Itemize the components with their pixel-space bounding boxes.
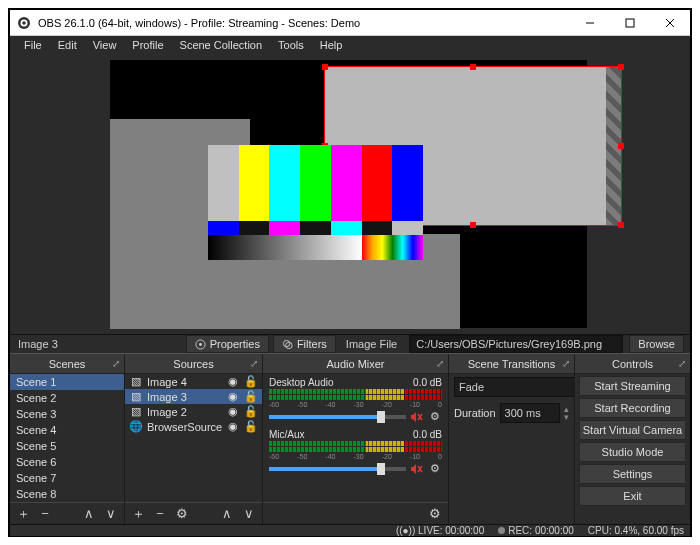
mixer-settings-button[interactable]: ⚙: [426, 506, 444, 522]
vu-meter: [269, 441, 442, 446]
scene-item[interactable]: Scene 6: [10, 454, 124, 470]
sources-list[interactable]: ▧ Image 4 ◉ 🔓 ▧ Image 3 ◉ 🔓 ▧ Image 2: [125, 374, 262, 502]
source-item[interactable]: ▧ Image 4 ◉ 🔓: [125, 374, 262, 389]
rec-status: REC: 00:00:00: [498, 525, 574, 536]
add-source-button[interactable]: ＋: [129, 506, 147, 522]
channel-settings-button[interactable]: ⚙: [428, 410, 442, 423]
visibility-toggle[interactable]: ◉: [226, 390, 240, 403]
undock-icon[interactable]: ⤢: [250, 358, 258, 369]
source-item[interactable]: 🌐 BrowserSource ◉ 🔓: [125, 419, 262, 434]
vu-meter: [269, 395, 442, 400]
record-dot-icon: [498, 527, 505, 534]
volume-slider[interactable]: [269, 467, 406, 471]
volume-slider[interactable]: [269, 415, 406, 419]
menubar: File Edit View Profile Scene Collection …: [10, 36, 690, 54]
image-file-input[interactable]: [409, 335, 623, 353]
move-down-button[interactable]: ∨: [102, 506, 120, 522]
scenes-panel: Scenes⤢ Scene 1 Scene 2 Scene 3 Scene 4 …: [10, 354, 125, 524]
vu-meter: [269, 447, 442, 452]
channel-settings-button[interactable]: ⚙: [428, 462, 442, 475]
scene-item[interactable]: Scene 2: [10, 390, 124, 406]
menu-view[interactable]: View: [85, 36, 125, 54]
start-recording-button[interactable]: Start Recording: [579, 398, 686, 418]
preview-canvas[interactable]: [10, 54, 690, 334]
remove-scene-button[interactable]: −: [36, 506, 54, 522]
mixer-channel: Desktop Audio0.0 dB -60-50-40-30-20-100 …: [263, 374, 448, 426]
menu-scene-collection[interactable]: Scene Collection: [172, 36, 271, 54]
remove-source-button[interactable]: −: [151, 506, 169, 522]
menu-help[interactable]: Help: [312, 36, 351, 54]
source-item[interactable]: ▧ Image 3 ◉ 🔓: [125, 389, 262, 404]
transitions-title: Scene Transitions: [468, 358, 555, 370]
exit-button[interactable]: Exit: [579, 486, 686, 506]
visibility-toggle[interactable]: ◉: [226, 405, 240, 418]
titlebar: OBS 26.1.0 (64-bit, windows) - Profile: …: [10, 10, 690, 36]
maximize-button[interactable]: [610, 10, 650, 36]
move-up-button[interactable]: ∧: [218, 506, 236, 522]
undock-icon[interactable]: ⤢: [112, 358, 120, 369]
source-context-bar: Image 3 Properties Filters Image File Br…: [10, 334, 690, 353]
mixer-channel: Mic/Aux0.0 dB -60-50-40-30-20-100 ⚙: [263, 426, 448, 478]
scene-item[interactable]: Scene 3: [10, 406, 124, 422]
undock-icon[interactable]: ⤢: [436, 358, 444, 369]
mute-button[interactable]: [410, 463, 424, 475]
lock-toggle[interactable]: 🔓: [244, 405, 258, 418]
svg-rect-4: [626, 19, 634, 27]
selected-source-label: Image 3: [10, 338, 66, 350]
scene-item[interactable]: Scene 7: [10, 470, 124, 486]
scene-item[interactable]: Scene 4: [10, 422, 124, 438]
window-title: OBS 26.1.0 (64-bit, windows) - Profile: …: [38, 17, 570, 29]
lock-toggle[interactable]: 🔓: [244, 420, 258, 433]
move-up-button[interactable]: ∧: [80, 506, 98, 522]
menu-profile[interactable]: Profile: [124, 36, 171, 54]
minimize-button[interactable]: [570, 10, 610, 36]
sources-panel: Sources⤢ ▧ Image 4 ◉ 🔓 ▧ Image 3 ◉ 🔓: [125, 354, 263, 524]
undock-icon[interactable]: ⤢: [678, 358, 686, 369]
scenes-list[interactable]: Scene 1 Scene 2 Scene 3 Scene 4 Scene 5 …: [10, 374, 124, 502]
vu-meter: [269, 389, 442, 394]
lock-toggle[interactable]: 🔓: [244, 390, 258, 403]
source-properties-button[interactable]: ⚙: [173, 506, 191, 522]
source-item[interactable]: ▧ Image 2 ◉ 🔓: [125, 404, 262, 419]
db-ticks: -60-50-40-30-20-100: [269, 453, 442, 460]
scene-item[interactable]: Scene 8: [10, 486, 124, 502]
scene-item[interactable]: Scene 5: [10, 438, 124, 454]
spinner-icon[interactable]: ▴▾: [564, 405, 569, 421]
gear-icon: [195, 339, 206, 350]
transition-select[interactable]: [454, 377, 574, 397]
move-down-button[interactable]: ∨: [240, 506, 258, 522]
properties-button[interactable]: Properties: [186, 335, 269, 353]
undock-icon[interactable]: ⤢: [562, 358, 570, 369]
color-bars-image: [208, 145, 423, 260]
image-icon: ▧: [129, 390, 143, 403]
duration-input[interactable]: [500, 403, 560, 423]
menu-edit[interactable]: Edit: [50, 36, 85, 54]
status-bar: ((●)) LIVE: 00:00:00 REC: 00:00:00 CPU: …: [10, 524, 690, 536]
broadcast-icon: ((●)): [396, 525, 415, 536]
mute-button[interactable]: [410, 411, 424, 423]
svg-point-8: [199, 343, 202, 346]
scenes-title: Scenes: [49, 358, 86, 370]
scene-item[interactable]: Scene 1: [10, 374, 124, 390]
menu-tools[interactable]: Tools: [270, 36, 312, 54]
cpu-status: CPU: 0.4%, 60.00 fps: [588, 525, 684, 536]
filters-button[interactable]: Filters: [273, 335, 336, 353]
visibility-toggle[interactable]: ◉: [226, 420, 240, 433]
lock-toggle[interactable]: 🔓: [244, 375, 258, 388]
close-button[interactable]: [650, 10, 690, 36]
image-icon: ▧: [129, 405, 143, 418]
browse-button[interactable]: Browse: [629, 335, 684, 353]
add-scene-button[interactable]: ＋: [14, 506, 32, 522]
controls-panel: Controls⤢ Start Streaming Start Recordin…: [575, 354, 690, 524]
app-icon: [16, 15, 32, 31]
audio-mixer-panel: Audio Mixer⤢ Desktop Audio0.0 dB -60-50-…: [263, 354, 449, 524]
visibility-toggle[interactable]: ◉: [226, 375, 240, 388]
svg-point-2: [22, 21, 26, 25]
start-virtual-camera-button[interactable]: Start Virtual Camera: [579, 420, 686, 440]
filter-icon: [282, 339, 293, 350]
start-streaming-button[interactable]: Start Streaming: [579, 376, 686, 396]
menu-file[interactable]: File: [16, 36, 50, 54]
controls-title: Controls: [612, 358, 653, 370]
studio-mode-button[interactable]: Studio Mode: [579, 442, 686, 462]
settings-button[interactable]: Settings: [579, 464, 686, 484]
